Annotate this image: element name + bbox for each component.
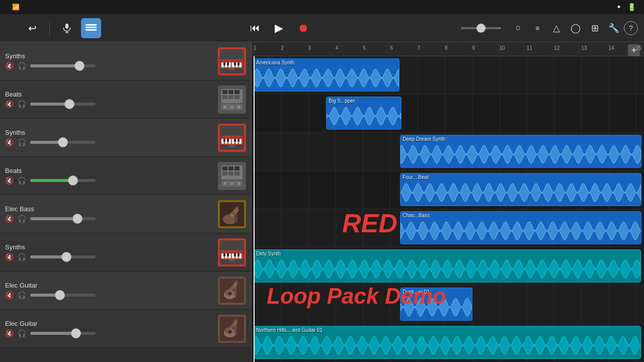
svg-rect-24 <box>228 90 233 94</box>
svg-rect-0 <box>65 24 68 29</box>
volume-bar-6[interactable] <box>30 294 96 297</box>
ruler-marker-12: 13 <box>581 45 587 51</box>
timeline-track-6[interactable]: Dusk...ar 01 <box>252 286 644 324</box>
svg-point-88 <box>228 292 231 295</box>
svg-rect-43 <box>227 139 229 142</box>
ruler-marker-7: 8 <box>445 45 448 51</box>
right-toolbar-icons: ○ ≡ △ ◯ ⊞ 🔧 ? <box>509 19 638 37</box>
headphone-icon-6[interactable]: 🎧 <box>18 291 26 299</box>
settings-icon[interactable]: 🔧 <box>605 19 623 37</box>
clip-7[interactable]: Northern Hills....ient Guitar 01 <box>254 326 641 359</box>
headphone-icon-3[interactable]: 🎧 <box>18 176 26 185</box>
volume-bar-2[interactable] <box>30 141 96 144</box>
volume-bar-5[interactable] <box>30 255 96 258</box>
record-button[interactable]: ⏺ <box>292 18 314 38</box>
volume-bar-4[interactable] <box>30 217 96 220</box>
mute-icon-0[interactable]: 🔇 <box>5 62 14 70</box>
track-row-0[interactable]: Synths 🔇 🎧 <box>0 42 251 80</box>
timeline-track-4[interactable]: Chas...Bass <box>252 209 644 247</box>
master-volume[interactable] <box>461 27 501 29</box>
track-row-4[interactable]: Elec Bass 🔇 🎧 <box>0 195 251 233</box>
undo-button[interactable]: ↩ <box>22 18 42 38</box>
svg-rect-79 <box>234 253 236 256</box>
track-thumb-4[interactable] <box>218 200 246 228</box>
track-name-3: Beats <box>5 167 214 174</box>
svg-point-57 <box>223 182 226 185</box>
mute-icon-4[interactable]: 🔇 <box>5 215 14 223</box>
volume-bar-7[interactable] <box>30 332 96 335</box>
track-thumb-2[interactable] <box>218 124 246 152</box>
timeline-track-3[interactable]: Four....Beat <box>252 171 644 209</box>
volume-bar-1[interactable] <box>30 103 96 106</box>
volume-bar-3[interactable] <box>30 179 96 182</box>
track-thumb-7[interactable] <box>218 315 246 343</box>
mute-icon-6[interactable]: 🔇 <box>5 291 14 299</box>
timeline-track-2[interactable]: Deep Dream Synth <box>252 133 644 171</box>
svg-rect-46 <box>229 145 235 147</box>
timeline-track-1[interactable]: Big S...pper <box>252 95 644 133</box>
timeline-track-0[interactable]: Americana Synth <box>252 56 644 95</box>
svg-rect-52 <box>234 166 239 170</box>
timeline-track-5[interactable]: Dirty Synth <box>252 247 644 286</box>
svg-point-59 <box>237 182 240 185</box>
track-thumb-1[interactable] <box>218 85 246 114</box>
clip-5[interactable]: Dirty Synth <box>254 249 641 283</box>
mute-icon-1[interactable]: 🔇 <box>5 100 14 108</box>
status-bar: 📶 ✦ 🔋 <box>0 0 644 14</box>
track-info-1: Beats 🔇 🎧 <box>5 90 214 108</box>
track-row-3[interactable]: Beats 🔇 🎧 <box>0 157 251 195</box>
mic-button[interactable] <box>57 18 77 38</box>
ruler-marker-0: 1 <box>254 45 257 51</box>
track-thumb-0[interactable] <box>218 47 246 75</box>
mute-icon-5[interactable]: 🔇 <box>5 253 14 261</box>
track-row-1[interactable]: Beats 🔇 🎧 <box>0 80 251 119</box>
help-icon[interactable]: ? <box>624 21 638 35</box>
headphone-icon-5[interactable]: 🎧 <box>18 253 26 261</box>
search-icon[interactable]: ◯ <box>567 19 585 37</box>
svg-rect-26 <box>222 95 227 99</box>
track-name-5: Synths <box>5 243 214 251</box>
track-info-5: Synths 🔇 🎧 <box>5 243 214 261</box>
mixer-icon[interactable]: ≡ <box>528 19 546 37</box>
ruler-marker-10: 11 <box>527 45 532 51</box>
track-row-7[interactable]: Elec Guitar 🔇 🎧 <box>0 310 251 348</box>
svg-rect-20 <box>226 70 238 72</box>
headphone-icon-0[interactable]: 🎧 <box>18 62 26 70</box>
volume-bar-0[interactable] <box>30 64 96 67</box>
timeline-track-7[interactable]: Northern Hills....ient Guitar 01 <box>252 324 644 362</box>
rewind-button[interactable]: ⏮ <box>244 18 266 38</box>
track-info-2: Synths 🔇 🎧 <box>5 129 214 146</box>
track-controls-0: 🔇 🎧 <box>5 62 214 70</box>
track-row-5[interactable]: Synths 🔇 🎧 <box>0 233 251 272</box>
track-info-0: Synths 🔇 🎧 <box>5 52 214 70</box>
svg-rect-17 <box>234 62 236 65</box>
mute-icon-3[interactable]: 🔇 <box>5 176 14 185</box>
track-thumb-3[interactable] <box>218 162 246 190</box>
headphone-icon-4[interactable]: 🎧 <box>18 215 26 223</box>
track-thumb-6[interactable] <box>218 277 246 305</box>
clip-1[interactable]: Big S...pper <box>326 97 401 130</box>
track-row-6[interactable]: Elec Guitar 🔇 🎧 <box>0 272 251 310</box>
track-row-2[interactable]: Synths 🔇 🎧 <box>0 119 251 157</box>
plugins-icon[interactable]: ⊞ <box>586 19 604 37</box>
svg-rect-18 <box>237 62 239 65</box>
svg-rect-45 <box>237 139 239 142</box>
play-button[interactable]: ▶ <box>268 18 290 38</box>
tracks-container: Americana SynthBig S...pperDeep Dream Sy… <box>252 56 644 362</box>
clip-4[interactable]: Chas...Bass <box>400 211 641 244</box>
tracks-view-button[interactable] <box>81 18 101 38</box>
clip-3[interactable]: Four....Beat <box>400 173 641 206</box>
clip-6[interactable]: Dusk...ar 01 <box>400 288 472 321</box>
track-thumb-5[interactable] <box>218 238 246 266</box>
loop-icon[interactable]: ○ <box>509 19 527 37</box>
smart-control-icon[interactable]: △ <box>547 19 566 37</box>
svg-rect-25 <box>234 90 239 94</box>
mute-icon-2[interactable]: 🔇 <box>5 138 14 146</box>
headphone-icon-7[interactable]: 🎧 <box>18 329 26 337</box>
headphone-icon-1[interactable]: 🎧 <box>18 100 26 108</box>
clip-0[interactable]: Americana Synth <box>254 58 399 92</box>
headphone-icon-2[interactable]: 🎧 <box>18 138 26 146</box>
main-area: Synths 🔇 🎧 <box>0 42 644 362</box>
clip-2[interactable]: Deep Dream Synth <box>400 135 641 168</box>
mute-icon-7[interactable]: 🔇 <box>5 329 14 337</box>
